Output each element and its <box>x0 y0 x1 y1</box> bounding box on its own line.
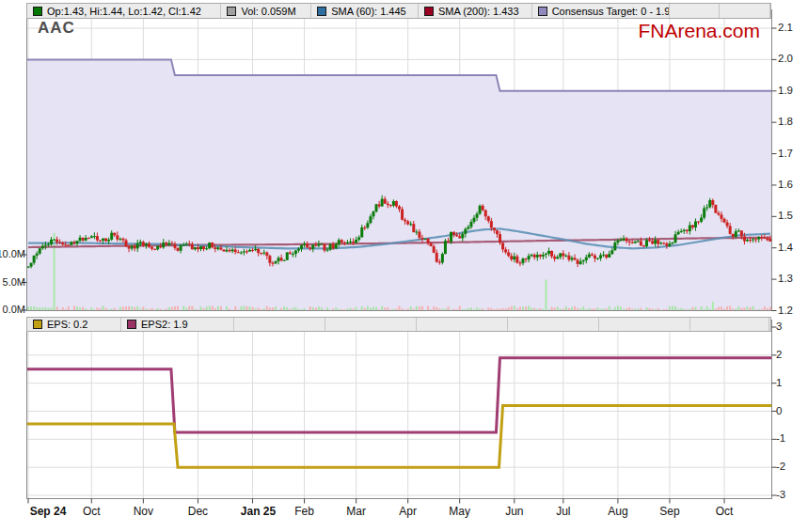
volume-bar <box>212 305 214 310</box>
candle-body <box>381 199 384 207</box>
candle-body <box>539 255 542 257</box>
candle-body <box>415 232 418 233</box>
volume-bar <box>41 307 43 310</box>
volume-bar <box>718 306 720 310</box>
candle-body <box>153 249 156 250</box>
candle-body <box>605 255 608 258</box>
candle-body <box>760 237 763 238</box>
candle-body <box>211 243 214 247</box>
candle-body <box>412 224 415 232</box>
volume-bar <box>44 307 46 311</box>
candle-body <box>254 249 257 250</box>
eps-line <box>27 406 772 468</box>
candle-body <box>610 250 613 254</box>
candle-body <box>142 242 145 245</box>
eps2-line <box>27 358 772 432</box>
candle-body <box>467 227 469 228</box>
volume-bar <box>246 306 247 311</box>
candle-body <box>306 243 309 247</box>
candle-body <box>180 245 182 251</box>
candle-body <box>395 201 398 207</box>
candle-body <box>720 214 722 218</box>
x-axis-month-label: Sep <box>642 506 698 518</box>
candle-body <box>110 233 113 240</box>
volume-bar <box>694 307 696 311</box>
candle-body <box>251 250 254 251</box>
candle-body <box>246 251 248 252</box>
volume-bar <box>737 306 739 310</box>
volume-bar <box>36 307 38 311</box>
candle-body <box>219 247 222 249</box>
candle-body <box>662 243 665 243</box>
candle-body <box>484 211 487 217</box>
candle-body <box>378 204 381 206</box>
candle-body <box>199 246 202 249</box>
candle-body <box>464 229 467 234</box>
volume-bar <box>691 307 693 311</box>
candle-body <box>444 241 447 254</box>
consensus-target-band <box>27 59 772 310</box>
candle-body <box>703 209 705 218</box>
candle-body <box>55 240 58 243</box>
candle-body <box>372 211 374 216</box>
candle-body <box>341 240 343 242</box>
candle-body <box>418 232 420 238</box>
candle-body <box>346 243 349 243</box>
volume-bar <box>103 305 104 310</box>
candle-body <box>654 240 657 243</box>
volume-bar <box>436 307 437 311</box>
candle-body <box>579 261 582 264</box>
candle-body <box>496 230 499 234</box>
volume-bar <box>361 306 363 310</box>
volume-bar <box>27 306 29 310</box>
candle-body <box>510 256 513 259</box>
candle-body <box>705 207 708 208</box>
candle-body <box>237 252 240 253</box>
candle-body <box>93 236 96 237</box>
volume-bar <box>82 307 84 311</box>
candle-body <box>404 220 406 222</box>
candle-body <box>44 245 47 246</box>
candle-body <box>303 243 306 245</box>
volume-bar <box>54 233 55 311</box>
eps-axis-label: -2 <box>776 461 785 473</box>
candle-body <box>30 263 33 267</box>
volume-bar <box>56 306 58 310</box>
x-axis-month-label: Oct <box>696 506 753 518</box>
volume-bar <box>508 307 510 310</box>
volume-bar <box>321 307 323 310</box>
candle-body <box>265 253 268 257</box>
candle-body <box>173 243 176 247</box>
volume-bar <box>248 306 250 310</box>
candle-body <box>96 236 99 240</box>
candle-body <box>763 238 766 239</box>
volume-bar <box>614 307 616 311</box>
candle-body <box>185 243 188 244</box>
legend-cell: EPS2: 1.9 <box>121 318 234 331</box>
x-axis-month-label: Aug <box>590 506 646 518</box>
candle-body <box>104 239 107 242</box>
candle-body <box>689 226 691 231</box>
candle-body <box>314 244 317 245</box>
volume-bar <box>294 307 296 311</box>
volume-bar <box>174 306 176 311</box>
volume-bar <box>375 307 377 311</box>
candle-body <box>651 242 654 244</box>
candle-body <box>631 243 634 243</box>
candle-body <box>355 240 357 243</box>
candle-body <box>735 231 737 237</box>
candle-body <box>145 243 148 245</box>
candle-body <box>375 204 378 211</box>
candle-body <box>623 239 626 241</box>
candle-body <box>406 221 409 224</box>
volume-bar <box>240 306 242 310</box>
legend-swatch-icon <box>317 7 326 16</box>
candle-body <box>430 243 433 246</box>
candle-body <box>737 230 740 231</box>
candle-body <box>275 261 277 263</box>
candle-body <box>455 235 458 236</box>
candle-body <box>479 206 482 214</box>
candle-body <box>369 216 372 223</box>
candle-body <box>159 246 162 248</box>
volume-bar <box>721 306 722 310</box>
